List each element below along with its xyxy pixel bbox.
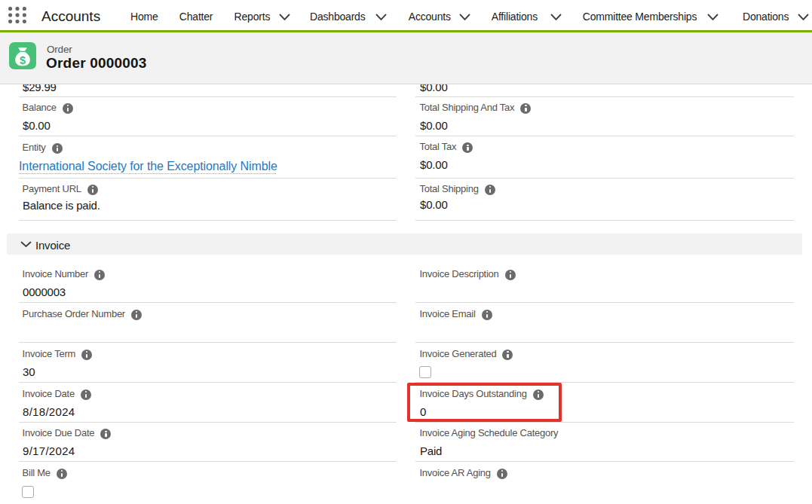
svg-text:$: $ <box>20 54 26 66</box>
